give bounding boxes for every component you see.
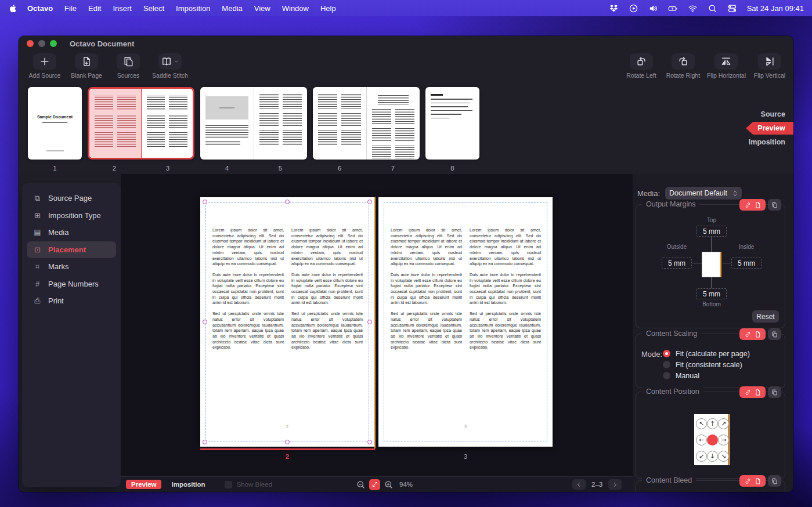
apple-icon[interactable] xyxy=(8,3,18,13)
position-center-button[interactable] xyxy=(707,434,718,446)
position-up-button[interactable]: ↑ xyxy=(707,418,718,429)
toolbar-button[interactable]: Rotate Right xyxy=(665,53,701,85)
position-down-right-button[interactable]: ↘ xyxy=(718,451,729,462)
page-folio: 3 xyxy=(378,425,553,429)
link-pages-toggle[interactable] xyxy=(739,199,766,211)
text-column: Lorem ipsum dolor sit amet, consectetur … xyxy=(212,227,284,356)
sheet-icon xyxy=(754,201,762,209)
position-left-button[interactable]: ← xyxy=(696,434,707,446)
dropbox-icon[interactable] xyxy=(609,3,619,13)
inside-margin-field[interactable]: 5 mm xyxy=(731,258,762,269)
toolbar-button[interactable]: Rotate Left xyxy=(623,53,659,85)
flip-horizontal-icon xyxy=(720,56,732,67)
toolbar-button[interactable]: Blank Page xyxy=(68,53,104,85)
selection-handle[interactable] xyxy=(285,200,290,204)
link-pages-toggle[interactable] xyxy=(739,475,766,487)
preview-page-right[interactable]: Lorem ipsum dolor sit amet, consectetur … xyxy=(378,197,553,447)
selection-handle[interactable] xyxy=(203,440,207,444)
thumbnail[interactable]: 23 xyxy=(88,87,194,172)
control-center-icon[interactable] xyxy=(727,3,737,13)
sidebar-item[interactable]: ⊡ Placement xyxy=(27,241,116,259)
selection-handle[interactable] xyxy=(203,320,207,324)
sidebar-item[interactable]: ⧉ Source Page xyxy=(27,190,116,207)
thumbnail[interactable]: 67 xyxy=(313,87,420,172)
imposition-mode-button[interactable]: Imposition xyxy=(166,480,210,489)
copy-settings-button[interactable] xyxy=(768,328,781,340)
position-up-right-button[interactable]: ↗ xyxy=(718,418,729,429)
outside-margin-field[interactable]: 5 mm xyxy=(662,258,692,269)
menu-clock[interactable]: Sat 24 Jan 09:41 xyxy=(747,4,804,13)
wifi-icon[interactable] xyxy=(688,3,698,13)
sidebar-item[interactable]: # Page Numbers xyxy=(27,276,116,293)
show-bleed-checkbox[interactable] xyxy=(225,481,232,488)
selection-handle[interactable] xyxy=(203,200,207,204)
preview-page-left[interactable]: Lorem ipsum dolor sit amet, consectetur … xyxy=(200,197,374,447)
toolbar-button[interactable]: Flip Vertical xyxy=(752,53,788,85)
thumbnail-page-label: 2 xyxy=(88,165,141,172)
toolbar-button[interactable]: Saddle Stitch xyxy=(152,53,188,85)
menu-item[interactable]: Edit xyxy=(82,4,107,13)
top-margin-field[interactable]: 5 mm xyxy=(696,226,727,237)
search-icon[interactable] xyxy=(708,3,717,13)
position-right-button[interactable]: → xyxy=(718,434,729,446)
scaling-mode-option[interactable]: Manual xyxy=(663,370,750,381)
sidebar-item[interactable]: ▤ Media xyxy=(27,224,116,241)
selection-handle[interactable] xyxy=(367,440,372,444)
menu-bar: Octavo FileEditInsertSelectImpositionMed… xyxy=(0,0,812,16)
play-icon[interactable] xyxy=(629,3,638,13)
menu-item[interactable]: File xyxy=(59,4,82,13)
thumbnail[interactable]: 45 xyxy=(200,87,307,172)
selection-handle[interactable] xyxy=(285,440,290,444)
sidebar-item[interactable]: ⎙ Print xyxy=(27,292,116,310)
view-tab[interactable]: Imposition xyxy=(738,136,793,149)
toolbar-button[interactable]: Add Source xyxy=(27,53,63,85)
menu-item[interactable]: Select xyxy=(138,4,170,13)
copy-settings-button[interactable] xyxy=(768,475,781,487)
volume-icon[interactable] xyxy=(648,3,658,13)
battery-icon[interactable] xyxy=(668,3,678,13)
zoom-button[interactable] xyxy=(50,40,57,47)
selection-handle[interactable] xyxy=(367,200,372,204)
lorem-paragraph: Sed ut perspiciatis unde omnis iste natu… xyxy=(391,311,462,350)
menu-item[interactable]: Help xyxy=(315,4,342,13)
copy-settings-button[interactable] xyxy=(768,199,781,211)
copy-settings-button[interactable] xyxy=(768,386,781,398)
menu-item[interactable]: View xyxy=(248,4,276,13)
thumbnail[interactable]: Sample Document1 xyxy=(28,87,82,172)
preview-mode-button[interactable]: Preview xyxy=(126,480,161,489)
position-down-button[interactable]: ↓ xyxy=(707,451,718,462)
media-dropdown[interactable]: Document Default xyxy=(665,187,742,200)
scaling-mode-option[interactable]: Fit (consistent scale) xyxy=(663,359,750,370)
view-tab[interactable]: Preview xyxy=(746,122,793,135)
thumbnail[interactable]: 8 xyxy=(425,87,479,172)
bottom-margin-field[interactable]: 5 mm xyxy=(696,288,727,299)
position-up-left-button[interactable]: ↖ xyxy=(696,418,707,429)
sidebar-item[interactable]: ⊞ Imposition Type xyxy=(27,207,116,224)
menu-item[interactable]: Media xyxy=(216,4,248,13)
reset-margins-button[interactable]: Reset xyxy=(752,310,779,323)
marks-icon: ⌗ xyxy=(33,262,42,271)
toolbar: Add Source Blank Page Sources Saddle Sti… xyxy=(19,52,793,85)
selection-handle[interactable] xyxy=(367,320,372,324)
zoom-fit-button[interactable] xyxy=(369,479,380,490)
view-tab[interactable]: Source xyxy=(750,108,793,121)
link-pages-toggle[interactable] xyxy=(739,386,766,398)
close-button[interactable] xyxy=(27,40,34,47)
scaling-mode-option[interactable]: Fit (calculate per page) xyxy=(663,348,750,359)
prev-spread-button[interactable] xyxy=(572,479,586,490)
toolbar-button[interactable]: Flip Horizontal xyxy=(707,53,746,85)
link-pages-toggle[interactable] xyxy=(739,328,766,340)
zoom-in-icon[interactable] xyxy=(384,480,394,490)
menu-item[interactable]: Window xyxy=(276,4,315,13)
content-bleed-group: Content Bleed xyxy=(636,480,785,492)
menu-item[interactable]: Imposition xyxy=(170,4,216,13)
toolbar-button[interactable]: Sources xyxy=(110,53,146,85)
app-menu-name[interactable]: Octavo xyxy=(21,4,59,13)
zoom-out-icon[interactable] xyxy=(356,480,366,490)
minimize-button[interactable] xyxy=(38,40,45,47)
next-spread-button[interactable] xyxy=(608,479,622,490)
top-margin-label: Top xyxy=(697,217,726,223)
sidebar-item[interactable]: ⌗ Marks xyxy=(27,258,116,276)
menu-item[interactable]: Insert xyxy=(107,4,138,13)
position-down-left-button[interactable]: ↙ xyxy=(696,451,707,462)
